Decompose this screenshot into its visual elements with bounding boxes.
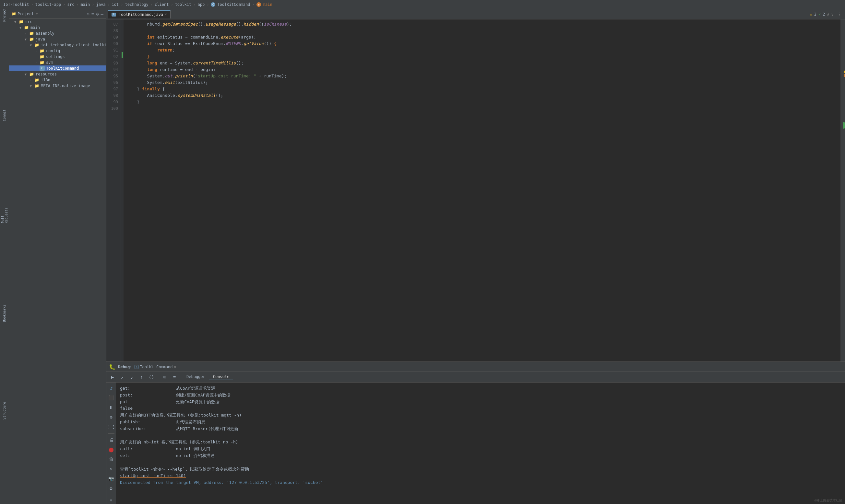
breadcrumb-item-client[interactable]: client	[155, 2, 169, 7]
folder-icon-main: 📁	[24, 25, 29, 30]
console-output[interactable]: get: 从CoAP资源请求资源 post: 创建/更新CoAP资源中的数据 p…	[116, 382, 845, 504]
gutter-100	[121, 104, 123, 110]
console-line-mqtt-header: 用户友好的MQTT协议客户端工具包 (参见:toolkit mqtt -h)	[120, 412, 841, 419]
console-line-call: call: nb-iot 调用入口	[120, 446, 841, 452]
line-num-95: 95	[106, 73, 121, 79]
debug-icon-snapshot[interactable]: 📷	[107, 475, 116, 483]
settings-btn[interactable]: ⚙	[96, 11, 99, 17]
tree-arrow-config: ›	[35, 49, 39, 53]
breadcrumb-item-src[interactable]: src	[67, 2, 74, 7]
tree-arrow-settings: ›	[35, 55, 39, 59]
minimize-btn[interactable]: —	[101, 11, 103, 17]
tree-item-meta-inf[interactable]: ▼ 📁 META-INF.native-image	[9, 83, 106, 89]
tree-item-iot-pkg[interactable]: ▼ 📁 iot.technology.client.toolki...	[9, 42, 106, 48]
debug-icon-settings2[interactable]: ✎	[107, 465, 116, 473]
tree-arrow-meta-inf: ▼	[30, 84, 34, 88]
debug-step-over-btn[interactable]: ↗	[118, 373, 126, 381]
project-tool-window-icon[interactable]: Project	[0, 11, 9, 19]
line-num-89: 89	[106, 34, 121, 40]
debug-threads-btn[interactable]: ≡	[170, 373, 179, 381]
gutter-89	[121, 32, 123, 39]
debug-icon-mute[interactable]: ⊜	[107, 413, 116, 421]
scroll-down-btn[interactable]: ∨	[831, 12, 834, 17]
commit-tool-icon[interactable]: Commit	[0, 111, 9, 120]
locate-file-btn[interactable]: ⊕	[87, 11, 89, 17]
code-editor[interactable]: 87 88 89 90 91 92 93 94 95 96 97 98 99 1…	[106, 19, 845, 361]
gutter-area	[121, 19, 123, 361]
main-layout: Project Commit Pull Requests Bookmarks S…	[0, 9, 845, 504]
breadcrumb-item-java[interactable]: java	[96, 2, 106, 7]
tree-label-resources: resources	[36, 72, 57, 76]
debug-step-into-btn[interactable]: ↙	[128, 373, 136, 381]
tree-arrow-resources: ▼	[25, 73, 29, 76]
scroll-up-btn[interactable]: ∧	[827, 12, 829, 17]
breadcrumb-item-toolkit-app[interactable]: toolkit-app	[35, 2, 61, 7]
debug-icon-more[interactable]: ⋮⋮	[107, 423, 116, 431]
editor-tab-bar: C ToolKitCommand.java × ⚠ 2 ✓ 2 ∧ ∨ ⋮	[106, 9, 845, 19]
debug-frames-btn[interactable]: ⊞	[160, 373, 169, 381]
pull-requests-icon[interactable]: Pull Requests	[0, 211, 9, 220]
editor-tab-toolkitcommand[interactable]: C ToolKitCommand.java ×	[108, 10, 171, 18]
collapse-all-btn[interactable]: ≡	[91, 11, 94, 17]
file-tree: ▼ 📁 src ▼ 📁 main › 📁 assembly ▼	[9, 19, 106, 504]
line-num-98: 98	[106, 92, 121, 99]
editor-scrollbar[interactable]	[841, 19, 845, 361]
file-tree-header: 📁 Project ▼ ⊕ ≡ ⚙ —	[9, 9, 106, 19]
breadcrumb-item-app[interactable]: app	[197, 2, 205, 7]
tree-item-assembly[interactable]: › 📁 assembly	[9, 31, 106, 36]
breadcrumb-item-iot-toolkit[interactable]: IoT-Toolkit	[3, 2, 29, 7]
breadcrumb-item-toolkitcommand[interactable]: ToolKitCommand	[217, 2, 250, 7]
structure-icon[interactable]: Structure	[0, 406, 9, 415]
debug-evaluate-btn[interactable]: ⟨⟩	[147, 373, 156, 381]
tree-item-main[interactable]: ▼ 📁 main	[9, 24, 106, 31]
tree-item-java[interactable]: ▼ 📁 java	[9, 36, 106, 42]
breadcrumb-item-iot[interactable]: iot	[112, 2, 119, 7]
breadcrumb-item-main[interactable]: main	[81, 2, 90, 7]
tab-close-btn[interactable]: ×	[165, 12, 167, 17]
debug-icon-settings3[interactable]: ⚙	[107, 485, 116, 492]
debug-step-out-btn[interactable]: ↑	[137, 373, 146, 381]
debug-tab-debugger[interactable]: Debugger	[183, 374, 209, 380]
panel-dropdown-arrow[interactable]: ▼	[36, 12, 38, 16]
code-line-87: nbCmd.getCommandSpec().usageMessage().hi…	[127, 21, 837, 28]
debug-icon-clear[interactable]: 🗑	[107, 455, 116, 463]
console-line-empty2	[120, 459, 841, 466]
debug-icon-collapse[interactable]: »	[107, 496, 116, 504]
breadcrumb-item-toolkit[interactable]: toolkit	[175, 2, 192, 7]
debug-icon-pause[interactable]: ⏸	[107, 403, 116, 411]
gutter-93	[121, 58, 123, 65]
tree-item-toolkitcommand[interactable]: C ToolKitCommand	[9, 66, 106, 71]
bug-icon: 🐛	[109, 364, 116, 370]
debug-tab-console[interactable]: Console	[209, 374, 234, 380]
tree-label-toolkitcommand: ToolKitCommand	[46, 66, 79, 71]
debug-icon-stop[interactable]: ⬛	[107, 394, 116, 402]
tree-item-src[interactable]: ▼ 📁 src	[9, 19, 106, 24]
line-num-99: 99	[106, 99, 121, 105]
tree-item-config[interactable]: › 📁 config	[9, 48, 106, 54]
tree-label-settings: settings	[46, 54, 65, 59]
tree-item-settings[interactable]: › 📁 settings	[9, 54, 106, 59]
debug-side-separator	[108, 433, 115, 434]
console-line-set: set: nb-iot 介绍和描述	[120, 452, 841, 459]
debug-session-tab[interactable]: ⊙ ToolKitCommand ×	[135, 365, 176, 369]
editor-menu-btn[interactable]: ⋮	[835, 12, 843, 17]
line-num-94: 94	[106, 67, 121, 73]
warning-count: 2	[814, 12, 816, 17]
console-line-put: put 更新CoAP资源中的数据	[120, 399, 841, 406]
tree-item-svm[interactable]: › 📁 svm	[9, 59, 106, 66]
code-line-93: long end = System.currentTimeMillis();	[127, 60, 837, 67]
tree-item-resources[interactable]: ▼ 📁 resources	[9, 71, 106, 77]
breadcrumb-item-technology[interactable]: technology	[125, 2, 149, 7]
bookmarks-icon[interactable]: Bookmarks	[0, 309, 9, 318]
debug-session-close[interactable]: ×	[174, 365, 176, 369]
tree-label-meta-inf: META-INF.native-image	[41, 84, 90, 88]
debug-icon-rerun[interactable]: ↺	[107, 384, 116, 392]
debug-icon-record[interactable]: ⬤	[107, 446, 116, 453]
line-num-90: 90	[106, 40, 121, 47]
breadcrumb-item-main-method[interactable]: main	[263, 2, 272, 7]
tree-arrow-src: ▼	[14, 20, 19, 24]
tree-item-i18n[interactable]: › 📁 i18n	[9, 77, 106, 83]
code-line-99: }	[127, 99, 837, 105]
debug-resume-btn[interactable]: ▶	[108, 373, 117, 381]
debug-icon-print[interactable]: 🖨	[107, 436, 116, 444]
